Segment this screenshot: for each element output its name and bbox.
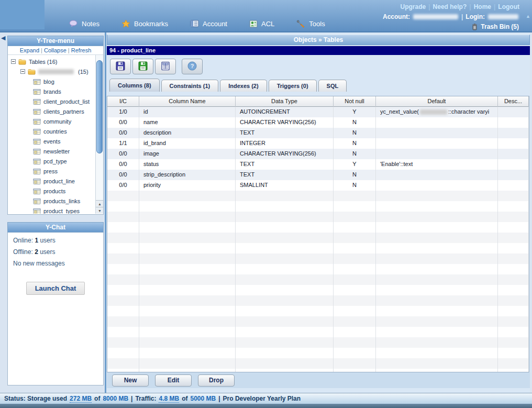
tree-action-expand[interactable]: Expand: [20, 47, 39, 53]
table-row[interactable]: 0/0statusTEXTY'Enable'::text: [107, 159, 529, 170]
edit-button[interactable]: Edit: [155, 374, 192, 387]
status-label-traffic: Traffic:: [135, 395, 156, 402]
tree-item-label: product_types: [43, 208, 80, 214]
top-link-home[interactable]: Home: [474, 3, 491, 10]
tab-columns-8[interactable]: Columns (8): [109, 79, 160, 92]
tree-scrollbar-thumb[interactable]: [96, 60, 103, 153]
status-link-5000-mb[interactable]: 5000 MB: [190, 395, 216, 402]
tree-item-brands[interactable]: brands: [8, 86, 95, 96]
tree-item-product-line[interactable]: product_line: [8, 176, 95, 186]
tree-scroll-up-icon[interactable]: ▲: [96, 200, 103, 207]
tab-constraints-1[interactable]: Constraints (1): [161, 80, 219, 92]
tree-expander-icon[interactable]: [20, 69, 25, 74]
tree-item-countries[interactable]: countries: [8, 126, 95, 136]
table-actions-bar: NewEditDrop: [107, 372, 530, 388]
tree-item-community[interactable]: community: [8, 116, 95, 126]
tree-item-events[interactable]: events: [8, 136, 95, 146]
tree-item-newsletter[interactable]: newsletter: [8, 146, 95, 156]
column-header-i-c[interactable]: I/C: [107, 96, 139, 107]
empty-cell: [107, 358, 139, 369]
table-row[interactable]: 0/0imageCHARACTER VARYING(256)N: [107, 149, 529, 159]
empty-cell: [376, 316, 498, 327]
empty-cell: [334, 295, 376, 306]
table-row[interactable]: 0/0strip_descriptionTEXTN: [107, 170, 529, 180]
table-header-row: I/CColumn NameData TypeNot nullDefaultDe…: [107, 96, 529, 107]
empty-cell: [376, 369, 498, 372]
cell-default: [376, 128, 498, 138]
tree-item-product-types[interactable]: product_types: [8, 206, 95, 214]
tree-label-redacted: [38, 69, 74, 74]
sidebar-collapse-icon[interactable]: ◀: [1, 35, 5, 41]
tree-item-subfolder[interactable]: (15): [8, 67, 95, 76]
tree-action-collapse[interactable]: Collapse: [44, 47, 66, 53]
tree-scrollbar[interactable]: ▲ ▼: [95, 55, 103, 214]
nav-item-bookmarks[interactable]: Bookmarks: [121, 19, 168, 28]
toolbar-columns-grid-button[interactable]: [155, 59, 176, 74]
empty-cell: [236, 369, 334, 372]
toolbar-save-button[interactable]: [110, 59, 131, 74]
column-header-data-type[interactable]: Data Type: [236, 96, 334, 107]
table-empty-row: [107, 222, 529, 233]
launch-chat-button[interactable]: Launch Chat: [26, 282, 85, 295]
top-link-need-help[interactable]: Need help?: [433, 3, 467, 10]
table-row[interactable]: 0/0nameCHARACTER VARYING(256)N: [107, 117, 529, 128]
empty-cell: [107, 306, 139, 316]
empty-cell: [236, 306, 334, 316]
table-row[interactable]: 0/0prioritySMALLINTN: [107, 180, 529, 191]
new-button[interactable]: New: [112, 374, 149, 387]
empty-cell: [139, 358, 236, 369]
tab-indexes-2[interactable]: Indexes (2): [220, 80, 267, 92]
tree-item-clients-partners[interactable]: clients_partners: [8, 106, 95, 116]
column-header-default[interactable]: Default: [376, 96, 498, 107]
tab-sql[interactable]: SQL: [318, 80, 347, 92]
status-link-8000-mb[interactable]: 8000 MB: [103, 395, 128, 402]
cell-data-type: TEXT: [236, 159, 334, 170]
sidebar: Y-Tree-menu Expand | Collapse | Refresh …: [7, 32, 104, 393]
status-link-4-8-mb[interactable]: 4.8 MB: [159, 395, 179, 403]
top-link-upgrade[interactable]: Upgrade: [401, 3, 426, 10]
column-header-column-name[interactable]: Column Name: [139, 96, 236, 107]
status-link-272-mb[interactable]: 272 MB: [70, 395, 92, 403]
nav-item-notes[interactable]: Notes: [69, 20, 99, 28]
tree-item-blog[interactable]: blog: [8, 76, 95, 86]
empty-cell: [334, 306, 376, 316]
table-row[interactable]: 1/1id_brandINTEGERN: [107, 138, 529, 149]
column-header-desc[interactable]: Desc...: [498, 96, 529, 107]
toolbar-help-button[interactable]: ?: [182, 59, 203, 74]
trash-bin-link[interactable]: Trash Bin (5): [471, 23, 519, 30]
tree-action-refresh[interactable]: Refresh: [71, 47, 92, 53]
top-links-separator: |: [426, 3, 433, 10]
tree-item-products[interactable]: products: [8, 186, 95, 196]
nav-item-tools[interactable]: Tools: [296, 20, 325, 28]
tree-expander-icon[interactable]: [11, 59, 16, 64]
status-label-status-storage-used: Status: Storage used: [4, 395, 67, 402]
nav-item-acl[interactable]: ACL: [249, 20, 274, 28]
nav-item-account[interactable]: Account: [190, 20, 227, 28]
cell-not-null: N: [334, 180, 376, 191]
empty-cell: [236, 274, 334, 285]
empty-cell: [139, 201, 236, 212]
table-row[interactable]: 1/0idAUTOINCREMENTYyc_next_value(::chara…: [107, 107, 529, 117]
tree-item-tables-root[interactable]: Tables (16): [8, 57, 95, 67]
tab-triggers-0[interactable]: Triggers (0): [269, 80, 317, 92]
tree-item-products-links[interactable]: products_links: [8, 196, 95, 206]
tree-item-label: brands: [43, 89, 61, 95]
tree-scroll-down-icon[interactable]: ▼: [96, 207, 103, 214]
table-empty-row: [107, 327, 529, 337]
table-row[interactable]: 0/0descriptionTEXTN: [107, 128, 529, 138]
tree-item-client-product-list[interactable]: client_product_list: [8, 96, 95, 106]
column-header-not-null[interactable]: Not null: [334, 96, 376, 107]
page-scroll-up-icon[interactable]: ▲: [526, 14, 530, 19]
drop-button[interactable]: Drop: [198, 374, 235, 387]
empty-cell: [334, 337, 376, 348]
cell-default: [376, 170, 498, 180]
top-link-logout[interactable]: Logout: [498, 3, 519, 10]
empty-cell: [376, 285, 498, 295]
empty-cell: [498, 243, 529, 253]
tree-item-label: products: [43, 188, 65, 194]
tree-item-pcd-type[interactable]: pcd_type: [8, 156, 95, 166]
tree-item-press[interactable]: press: [8, 166, 95, 176]
toolbar-save-green-button[interactable]: [132, 59, 153, 74]
tree-item-label: newsletter: [43, 148, 70, 155]
trash-label: Trash Bin (5): [481, 23, 519, 30]
